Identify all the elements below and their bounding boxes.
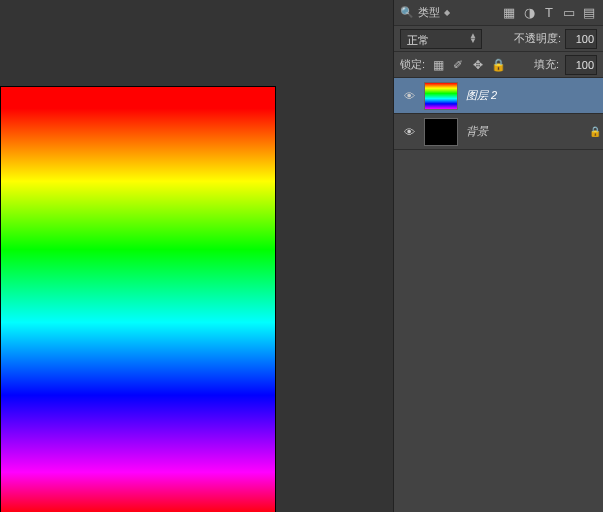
search-icon[interactable]: 🔍 [400, 6, 414, 20]
canvas-area [0, 0, 391, 512]
layers-list: 👁 图层 2 👁 背景 🔒 [394, 78, 603, 150]
layers-panel: 🔍 类型 ◆ ▦ ◑ T ▭ ▤ 正常 ▲▼ 不透明度: 锁定: ▦ ✐ ✥ 🔒… [393, 0, 603, 512]
lock-position-icon[interactable]: ✥ [471, 58, 485, 72]
lock-brush-icon[interactable]: ✐ [451, 58, 465, 72]
layer-item[interactable]: 👁 背景 🔒 [394, 114, 603, 150]
blend-mode-select[interactable]: 正常 ▲▼ [400, 29, 482, 49]
blend-mode-value: 正常 [407, 33, 429, 48]
layer-thumbnail[interactable] [424, 118, 458, 146]
layer-thumbnail[interactable] [424, 82, 458, 110]
opacity-label: 不透明度: [514, 31, 561, 46]
filter-shape-icon[interactable]: ▭ [561, 5, 577, 21]
layer-filter-row: 🔍 类型 ◆ ▦ ◑ T ▭ ▤ [394, 0, 603, 26]
chevron-down-icon[interactable]: ◆ [444, 8, 450, 17]
fill-input[interactable] [565, 55, 597, 75]
blend-chevron-icon: ▲▼ [469, 33, 477, 43]
layer-name[interactable]: 背景 [466, 124, 488, 139]
filter-image-icon[interactable]: ▦ [501, 5, 517, 21]
layer-name[interactable]: 图层 2 [466, 88, 497, 103]
filter-adjust-icon[interactable]: ◑ [521, 5, 537, 21]
blend-row: 正常 ▲▼ 不透明度: [394, 26, 603, 52]
visibility-toggle[interactable]: 👁 [400, 123, 418, 141]
filter-type-label[interactable]: 类型 [418, 5, 440, 20]
lock-all-icon[interactable]: 🔒 [491, 58, 505, 72]
lock-pixels-icon[interactable]: ▦ [431, 58, 445, 72]
lock-label: 锁定: [400, 57, 425, 72]
filter-text-icon[interactable]: T [541, 5, 557, 21]
layer-item[interactable]: 👁 图层 2 [394, 78, 603, 114]
fill-label: 填充: [534, 57, 559, 72]
lock-icons-group: ▦ ✐ ✥ 🔒 [431, 58, 505, 72]
layer-lock-icon: 🔒 [587, 126, 603, 137]
gradient-fill [1, 87, 275, 512]
lock-row: 锁定: ▦ ✐ ✥ 🔒 填充: [394, 52, 603, 78]
filter-smartobj-icon[interactable]: ▤ [581, 5, 597, 21]
opacity-input[interactable] [565, 29, 597, 49]
visibility-toggle[interactable]: 👁 [400, 87, 418, 105]
canvas[interactable] [0, 86, 276, 512]
